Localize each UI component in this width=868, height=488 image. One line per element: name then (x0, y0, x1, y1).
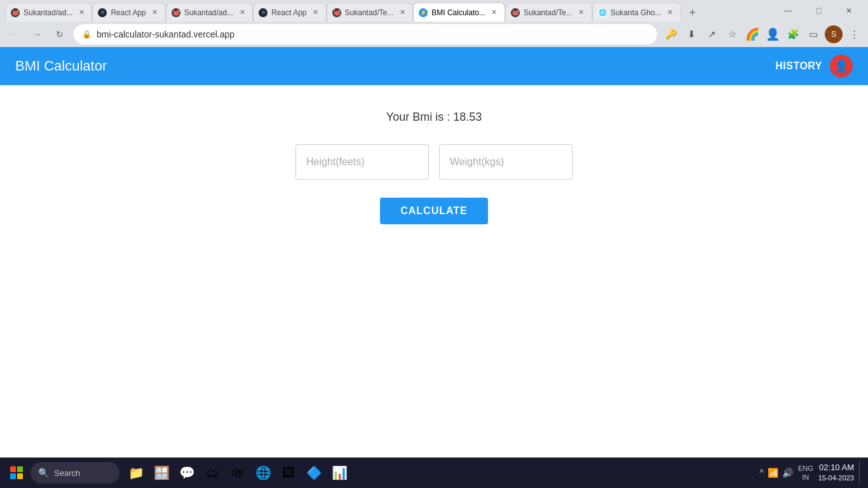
window-controls: — ⎕ ✕ (774, 1, 863, 20)
tab-tab5[interactable]: 🐙 Sukantad/Te... ✕ (327, 3, 414, 22)
tab-favicon: ⚛ (259, 8, 268, 17)
forward-button[interactable]: → (28, 25, 46, 43)
weight-input[interactable] (439, 144, 573, 180)
tab-close-icon[interactable]: ✕ (76, 8, 86, 18)
taskbar-search-icon: 🔍 (38, 468, 49, 478)
taskbar-search-label: Search (54, 468, 80, 478)
svg-rect-1 (17, 466, 23, 472)
tab-label: Sukanta Gho... (611, 8, 661, 17)
taskbar-app-teams[interactable]: 📊 (328, 461, 351, 484)
taskbar-app-widgets[interactable]: 🪟 (150, 461, 173, 484)
user-profile-icon[interactable]: S (825, 25, 843, 43)
tab-tab7[interactable]: 🐙 Sukantad/Te... ✕ (505, 3, 592, 22)
taskbar-app-chrome[interactable]: 🌐 (252, 461, 275, 484)
new-tab-button[interactable]: + (684, 4, 702, 22)
taskbar-app-photos[interactable]: 🖼 (277, 461, 300, 484)
height-input[interactable] (295, 144, 429, 180)
input-row (295, 144, 573, 180)
tab-tab3[interactable]: 🐙 Sukantad/ad... ✕ (166, 3, 253, 22)
tab-close-icon[interactable]: ✕ (489, 8, 499, 18)
minimize-button[interactable]: — (774, 1, 802, 20)
svg-rect-0 (10, 466, 16, 472)
tab-favicon: ⚛ (98, 8, 107, 17)
tab-label: React App (111, 8, 146, 17)
taskbar-tray: ^ 📶 🔊 (759, 468, 793, 478)
download-icon[interactable]: ⬇ (682, 25, 700, 43)
sidebar-icon[interactable]: ▭ (804, 25, 822, 43)
tab-close-icon[interactable]: ✕ (665, 8, 675, 18)
history-button[interactable]: HISTORY (775, 60, 822, 72)
language-indicator[interactable]: ENGIN (798, 464, 813, 482)
tab-tab8[interactable]: 🌐 Sukanta Gho... ✕ (592, 3, 681, 22)
taskbar-app-whatsapp[interactable]: 💬 (175, 461, 198, 484)
lock-icon: 🔒 (82, 30, 92, 39)
svg-rect-2 (10, 473, 16, 479)
tab-close-icon[interactable]: ✕ (311, 8, 321, 18)
app-content: BMI Calculator HISTORY 👤 Your Bmi is : 1… (0, 47, 868, 458)
tab-bar: 🐙 Sukantad/ad... ✕ ⚛ React App ✕ 🐙 Sukan… (5, 0, 774, 22)
tab-label: Sukantad/Te... (345, 8, 394, 17)
start-button[interactable] (5, 461, 28, 484)
title-bar: 🐙 Sukantad/ad... ✕ ⚛ React App ✕ 🐙 Sukan… (0, 0, 868, 22)
tab-close-icon[interactable]: ✕ (237, 8, 247, 18)
taskbar-search[interactable]: 🔍 Search (31, 462, 119, 484)
taskbar-apps: 📁🪟💬🗂🛍🌐🖼🔷📊 (125, 461, 351, 484)
browser-chrome: 🐙 Sukantad/ad... ✕ ⚛ React App ✕ 🐙 Sukan… (0, 0, 868, 47)
tab-favicon: 🐙 (11, 8, 20, 17)
tab-close-icon[interactable]: ✕ (150, 8, 160, 18)
clock-time: 02:10 AM (818, 462, 854, 473)
tab-label: BMI Calculato... (431, 8, 485, 17)
tab-tab2[interactable]: ⚛ React App ✕ (92, 3, 165, 22)
clock-date: 15-04-2023 (818, 473, 854, 483)
reload-button[interactable]: ↻ (51, 25, 69, 43)
multicolor-icon[interactable]: 🌈 (743, 25, 761, 43)
tab-tab4[interactable]: ⚛ React App ✕ (253, 3, 326, 22)
tab-tab1[interactable]: 🐙 Sukantad/ad... ✕ (5, 3, 92, 22)
tab-label: Sukantad/ad... (24, 8, 72, 17)
tab-close-icon[interactable]: ✕ (397, 8, 407, 18)
taskbar: 🔍 Search 📁🪟💬🗂🛍🌐🖼🔷📊 ^ 📶 🔊 ENGIN 02:10 AM … (0, 458, 868, 488)
tab-favicon: ⚡ (419, 8, 428, 17)
key-icon[interactable]: 🔑 (662, 25, 680, 43)
tab-close-icon[interactable]: ✕ (576, 8, 587, 18)
tab-label: Sukantad/Te... (524, 8, 573, 17)
calculate-button[interactable]: CALCULATE (380, 198, 488, 224)
taskbar-right: ^ 📶 🔊 ENGIN 02:10 AM 15-04-2023 (759, 462, 863, 484)
svg-rect-3 (17, 473, 23, 479)
menu-icon[interactable]: ⋮ (845, 25, 863, 43)
toolbar-icons: 🔑 ⬇ ↗ ☆ 🌈 👤 🧩 ▭ S ⋮ (662, 25, 863, 43)
tab-favicon: 🐙 (172, 8, 180, 17)
network-icon[interactable]: 📶 (768, 468, 778, 478)
extensions-icon[interactable]: 🧩 (784, 25, 802, 43)
app-title: BMI Calculator (15, 58, 107, 74)
app-header: BMI Calculator HISTORY 👤 (0, 47, 868, 85)
volume-icon[interactable]: 🔊 (782, 468, 793, 478)
bmi-result-text: Your Bmi is : 18.53 (386, 111, 482, 124)
taskbar-app-ms-store[interactable]: 🛍 (226, 461, 249, 484)
address-bar-row: ← → ↻ 🔒 bmi-calculator-sukantad.vercel.a… (0, 22, 868, 47)
maximize-button[interactable]: ⎕ (804, 1, 832, 20)
bookmark-icon[interactable]: ☆ (723, 25, 741, 43)
main-content: Your Bmi is : 18.53 CALCULATE (0, 85, 868, 458)
taskbar-app-vscode[interactable]: 🔷 (302, 461, 325, 484)
show-desktop-button[interactable] (859, 462, 863, 484)
tab-label: Sukantad/ad... (184, 8, 233, 17)
address-bar[interactable]: 🔒 bmi-calculator-sukantad.vercel.app (74, 24, 657, 44)
tab-favicon: 🐙 (332, 8, 341, 17)
tab-tab6[interactable]: ⚡ BMI Calculato... ✕ (413, 3, 505, 22)
close-button[interactable]: ✕ (835, 1, 863, 20)
taskbar-clock[interactable]: 02:10 AM 15-04-2023 (818, 462, 854, 484)
tray-up-icon[interactable]: ^ (759, 468, 764, 478)
taskbar-app-file-manager[interactable]: 🗂 (201, 461, 224, 484)
tab-favicon: 🐙 (511, 8, 520, 17)
taskbar-app-file-explorer[interactable]: 📁 (125, 461, 147, 484)
user-avatar-icon[interactable]: 👤 (830, 55, 853, 78)
share-icon[interactable]: ↗ (703, 25, 721, 43)
profile-switcher-icon[interactable]: 👤 (764, 25, 782, 43)
tab-label: React App (271, 8, 306, 17)
back-button[interactable]: ← (5, 25, 23, 43)
address-text: bmi-calculator-sukantad.vercel.app (97, 29, 649, 39)
tab-favicon: 🌐 (598, 8, 607, 17)
